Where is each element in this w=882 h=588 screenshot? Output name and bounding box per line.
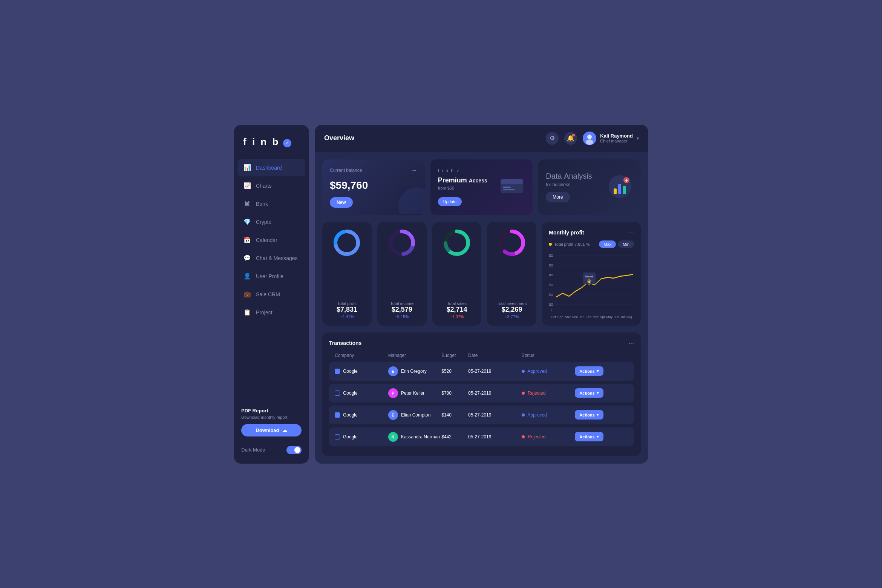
tx-manager: P Peter Keller xyxy=(388,388,442,398)
chart-legend: Total profit 7,831 % Max Min xyxy=(549,240,634,248)
header: Overview ⚙ 🔔 Kali Raymond Chief manager xyxy=(315,125,648,152)
x-label: Feb xyxy=(586,315,592,319)
x-label: Apr xyxy=(600,315,605,319)
more-button[interactable]: More xyxy=(546,192,570,202)
dark-mode-row: Dark Mode xyxy=(234,440,309,456)
donut-profit xyxy=(332,228,362,259)
analysis-subtitle: for business xyxy=(546,182,601,187)
transactions-options-icon[interactable]: ··· xyxy=(628,339,634,347)
sidebar-item-crypto[interactable]: 💎 Crypto xyxy=(237,213,305,231)
user-profile-icon: 👤 xyxy=(243,272,251,280)
svg-text:$200: $200 xyxy=(549,292,553,297)
tx-date: 05-27-2019 xyxy=(468,434,522,439)
dark-mode-toggle[interactable] xyxy=(286,446,302,454)
svg-text:$100: $100 xyxy=(549,302,553,306)
manager-avatar: E xyxy=(388,410,398,420)
new-button[interactable]: New xyxy=(330,197,353,208)
tx-checkbox[interactable] xyxy=(335,412,340,418)
tx-actions: Actions ▾ xyxy=(575,366,628,376)
sidebar-item-label: User Profile xyxy=(256,273,283,279)
sidebar-item-label: Calendar xyxy=(256,237,277,243)
sale-crm-icon: 💼 xyxy=(243,290,251,299)
actions-button[interactable]: Actions ▾ xyxy=(575,388,603,398)
svg-point-1 xyxy=(587,135,592,139)
sidebar-item-charts[interactable]: 📈 Charts xyxy=(237,177,305,194)
sidebar-item-sale-crm[interactable]: 💼 Sale CRM xyxy=(237,286,305,303)
sidebar-item-chat[interactable]: 💬 Chat & Messages xyxy=(237,250,305,267)
user-info[interactable]: Kali Raymond Chief manager ▾ xyxy=(583,132,639,145)
top-cards: Current balance → $59,760 New f i n b ✓ … xyxy=(322,159,641,215)
stat-label: Total investment xyxy=(497,301,527,306)
user-name: Kali Raymond xyxy=(600,133,633,139)
max-button[interactable]: Max xyxy=(599,240,616,248)
tx-budget: $520 xyxy=(441,369,468,374)
tx-status: Approved xyxy=(522,412,575,418)
analysis-card: Data Analysis for business More xyxy=(538,159,641,215)
sidebar-item-dashboard[interactable]: 📊 Dashboard xyxy=(237,159,305,176)
sidebar-item-bank[interactable]: 🏛 Bank xyxy=(237,195,305,213)
stat-label: Total profit xyxy=(337,301,357,306)
x-label: Oct xyxy=(551,315,556,319)
transactions-header: Transactions ··· xyxy=(329,339,634,347)
page-title: Overview xyxy=(324,134,354,142)
balance-arrow-icon[interactable]: → xyxy=(411,167,417,174)
tx-company: Google xyxy=(335,412,388,418)
actions-button[interactable]: Actions ▾ xyxy=(575,366,603,376)
premium-from: from $50 xyxy=(438,186,493,190)
sidebar-item-label: Project xyxy=(256,309,273,315)
tx-checkbox[interactable] xyxy=(335,434,340,439)
chevron-down-icon: ▾ xyxy=(637,136,639,141)
stats-row: Total profit $7,831 +4.41% Total income xyxy=(322,222,641,326)
status-dot xyxy=(522,370,525,373)
x-label: May xyxy=(606,315,612,319)
tx-checkbox[interactable] xyxy=(335,390,340,396)
status-dot xyxy=(522,392,525,395)
stat-card-income: Total income $2,579 +5.15% xyxy=(377,222,427,326)
chat-icon: 💬 xyxy=(243,254,251,262)
min-button[interactable]: Min xyxy=(618,240,634,248)
settings-button[interactable]: ⚙ xyxy=(546,132,559,145)
sidebar-item-project[interactable]: 📋 Project xyxy=(237,304,305,321)
sidebar-bottom: PDF Report Download monthly report Downl… xyxy=(234,400,309,440)
download-icon: ☁ xyxy=(282,427,287,433)
tx-company: Google xyxy=(335,390,388,396)
notifications-button[interactable]: 🔔 xyxy=(564,132,577,145)
dark-mode-label: Dark Mode xyxy=(241,447,265,453)
download-button[interactable]: Download ☁ xyxy=(241,424,302,436)
stat-change: +3.77% xyxy=(505,314,519,319)
chart-x-labels: Oct Sep Nov Dec Jan Feb Mar Apr May Jun … xyxy=(549,315,634,319)
avatar xyxy=(583,132,596,145)
table-row: Google E Elian Compton $140 05-27-2019 A… xyxy=(329,406,634,424)
stat-change: +4.41% xyxy=(340,314,354,319)
col-budget: Budget xyxy=(441,353,468,358)
user-role: Chief manager xyxy=(600,139,633,143)
manager-avatar: K xyxy=(388,432,398,442)
x-label: Nov xyxy=(565,315,571,319)
premium-card: f i n b ✓ Premium Access from $50 Update xyxy=(430,159,533,215)
premium-title: Premium Access xyxy=(438,176,493,184)
donut-investment xyxy=(497,228,527,259)
status-dot xyxy=(522,413,525,416)
sidebar-item-calendar[interactable]: 📅 Calendar xyxy=(237,231,305,249)
tx-budget: $140 xyxy=(441,412,468,418)
chart-options-icon[interactable]: ··· xyxy=(628,229,634,237)
tx-status: Rejected xyxy=(522,434,575,439)
actions-button[interactable]: Actions ▾ xyxy=(575,432,603,441)
svg-point-3 xyxy=(398,187,425,214)
tx-budget: $780 xyxy=(441,390,468,396)
tx-checkbox[interactable] xyxy=(335,369,340,374)
tx-actions: Actions ▾ xyxy=(575,410,628,420)
svg-point-2 xyxy=(586,139,593,145)
manager-avatar: E xyxy=(388,366,398,376)
actions-button[interactable]: Actions ▾ xyxy=(575,410,603,420)
stat-card-investment: Total investment $2,269 +3.77% xyxy=(487,222,536,326)
analysis-text: Data Analysis for business More xyxy=(546,172,601,202)
settings-icon: ⚙ xyxy=(550,135,555,142)
profit-chart: $600 $500 $400 $300 $200 $100 0 New work… xyxy=(549,252,634,312)
balance-label: Current balance → xyxy=(330,167,417,174)
tx-budget: $442 xyxy=(441,434,468,439)
sidebar-item-user-profile[interactable]: 👤 User Profile xyxy=(237,268,305,285)
tx-date: 05-27-2019 xyxy=(468,390,522,396)
svg-rect-11 xyxy=(623,186,626,194)
update-button[interactable]: Update xyxy=(438,197,462,206)
